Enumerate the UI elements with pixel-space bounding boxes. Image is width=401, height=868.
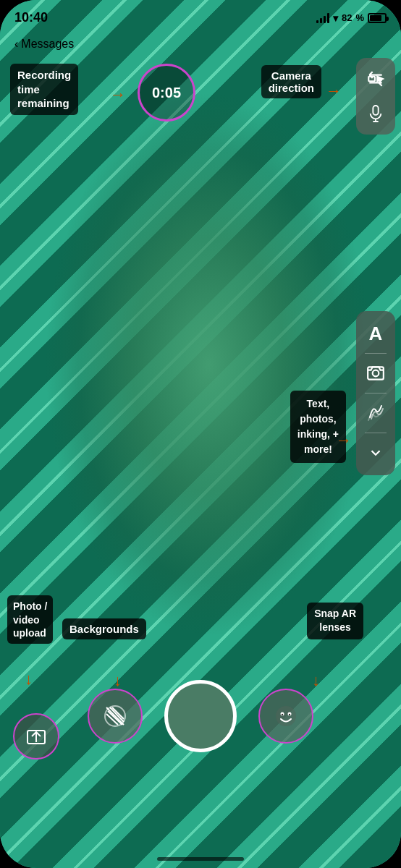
- ink-tool-button[interactable]: [359, 396, 392, 430]
- snap-ar-button[interactable]: [258, 689, 313, 744]
- backgrounds-button[interactable]: [88, 689, 143, 744]
- photo-upload-button[interactable]: [13, 713, 59, 760]
- right-toolbar-top: [356, 58, 395, 135]
- camera-direction-text: Cameradirection: [269, 69, 314, 94]
- back-arrow-icon: ‹: [14, 38, 18, 51]
- home-indicator: [157, 857, 244, 861]
- photo-upload-annotation: Photo /videoupload: [7, 595, 53, 644]
- status-icons: ▾ 82%: [316, 12, 387, 24]
- arrow-backgrounds-down: ↓: [114, 671, 122, 690]
- backgrounds-annotation: Backgrounds: [62, 618, 146, 639]
- camera-direction-label: Cameradirection: [261, 65, 321, 98]
- battery-percent: 82: [342, 12, 352, 23]
- toolbar-group-top: [356, 58, 395, 135]
- svg-rect-5: [368, 367, 384, 379]
- expand-button[interactable]: [359, 436, 392, 469]
- battery-icon: [368, 13, 387, 23]
- right-toolbar-bottom: A: [356, 311, 395, 475]
- snap-ar-annotation: Snap ARlenses: [307, 603, 363, 639]
- signal-icon: [316, 13, 329, 23]
- timer-circle: 0:05: [138, 64, 195, 122]
- svg-rect-2: [373, 106, 378, 115]
- text-tools-annotation-text: Text,photos,inking, +more!: [297, 398, 339, 455]
- recording-label-text: Recordingtimeremaining: [17, 69, 71, 109]
- status-time: 10:40: [14, 10, 48, 25]
- back-label: Messages: [21, 38, 74, 51]
- microphone-button[interactable]: [359, 97, 392, 130]
- backgrounds-text: Backgrounds: [69, 623, 139, 635]
- svg-point-14: [276, 706, 296, 726]
- svg-rect-0: [368, 77, 375, 82]
- svg-point-17: [282, 714, 283, 715]
- status-bar: 10:40 ▾ 82%: [14, 10, 387, 25]
- timer-value: 0:05: [152, 85, 181, 101]
- arrow-direction-to-button: →: [326, 82, 342, 101]
- toolbar-divider-2: [365, 393, 387, 393]
- arrow-photo-down: ↓: [25, 670, 33, 689]
- toolbar-divider-1: [365, 353, 387, 354]
- text-tools-annotation: Text,photos,inking, +more!: [290, 391, 346, 463]
- svg-point-18: [289, 714, 290, 715]
- flip-camera-button[interactable]: [359, 62, 392, 95]
- toolbar-divider-3: [365, 433, 387, 433]
- photo-tool-button[interactable]: [359, 357, 392, 390]
- phone-frame: 10:40 ▾ 82% ‹ Messages Recordingtimerema…: [0, 0, 401, 868]
- shutter-button[interactable]: [164, 680, 237, 752]
- bottom-controls: [0, 680, 401, 752]
- svg-point-6: [373, 370, 379, 377]
- arrow-snap-ar-down: ↓: [312, 671, 320, 690]
- text-tool-icon: A: [369, 323, 383, 345]
- snap-ar-text: Snap ARlenses: [314, 608, 356, 634]
- arrow-text-tools: →: [336, 431, 352, 450]
- recording-label: Recordingtimeremaining: [10, 64, 78, 115]
- wifi-icon: ▾: [333, 12, 338, 24]
- photo-upload-text: Photo /videoupload: [13, 600, 47, 638]
- arrow-recording-to-timer: →: [110, 85, 126, 104]
- text-tool-button[interactable]: A: [359, 317, 392, 350]
- back-button[interactable]: ‹ Messages: [14, 38, 74, 51]
